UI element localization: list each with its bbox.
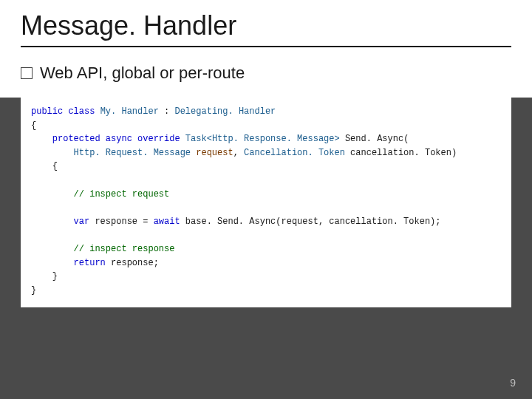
code-token: Delegating. Handler bbox=[174, 106, 276, 117]
code-token: ( bbox=[403, 134, 409, 144]
code-token: { bbox=[52, 161, 58, 171]
code-token: Send. Async bbox=[345, 134, 403, 144]
bullet-row: Web API, global or per-route bbox=[21, 64, 511, 83]
code-token: , bbox=[233, 148, 244, 158]
code-block: public class My. Handler : Delegating. H… bbox=[21, 98, 511, 307]
code-token: } bbox=[31, 285, 36, 296]
code-token: response bbox=[95, 216, 137, 227]
slide: Message. Handler Web API, global or per-… bbox=[0, 0, 532, 399]
code-token: { bbox=[31, 120, 36, 131]
code-token: ) bbox=[451, 148, 457, 158]
code-token: await bbox=[154, 216, 180, 227]
square-bullet-icon bbox=[21, 67, 33, 79]
code-token: async bbox=[106, 134, 132, 144]
code-token: cancellation. Token bbox=[350, 148, 451, 158]
code-token: Task< bbox=[185, 134, 212, 144]
code-token: Http. Response. Message bbox=[212, 134, 335, 144]
code-token: // inspect request bbox=[74, 189, 170, 200]
title-underline bbox=[21, 46, 511, 47]
code-token: response; bbox=[106, 258, 159, 268]
slide-title: Message. Handler bbox=[21, 10, 511, 41]
code-token: return bbox=[74, 258, 106, 268]
code-token: } bbox=[52, 271, 58, 282]
code-token: // inspect response bbox=[74, 244, 175, 254]
code-token: protected bbox=[52, 134, 100, 144]
code-token: Http. Request. Message bbox=[74, 148, 191, 158]
bullet-area: Web API, global or per-route bbox=[0, 55, 532, 98]
code-token: > bbox=[335, 134, 340, 144]
title-area: Message. Handler bbox=[0, 0, 532, 55]
code-token: Cancellation. Token bbox=[244, 148, 345, 158]
page-number: 9 bbox=[510, 377, 516, 389]
code-token: request bbox=[196, 148, 233, 158]
code-token: = bbox=[137, 216, 154, 227]
code-token: var bbox=[74, 216, 90, 227]
code-token: My. Handler bbox=[100, 106, 159, 117]
code-token: public bbox=[31, 106, 63, 117]
code-token: override bbox=[137, 134, 180, 144]
bullet-text: Web API, global or per-route bbox=[40, 64, 245, 83]
code-token: class bbox=[68, 106, 95, 117]
code-token: base. Send. Async(request, cancellation.… bbox=[180, 216, 441, 227]
code-token: : bbox=[159, 106, 175, 117]
